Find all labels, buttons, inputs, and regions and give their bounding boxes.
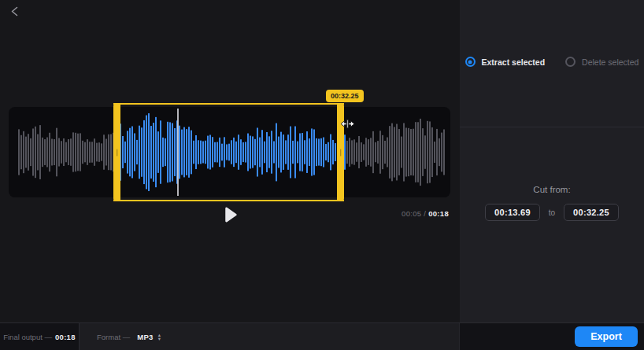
footer-bar: Final output — 00:18 Format — MP3 ▴ ▾ Ex… (0, 322, 644, 350)
time-readout: 00:05 / 00:18 (402, 209, 449, 218)
export-button[interactable]: Export (575, 326, 638, 347)
handle-notch (340, 149, 342, 156)
selection-border-bottom (113, 200, 344, 201)
export-cell: Export (459, 323, 644, 350)
selection-handle-left[interactable] (113, 103, 120, 201)
radio-label: Delete selected (582, 57, 638, 67)
play-icon (224, 206, 238, 226)
format-label: Format — (97, 333, 130, 341)
radio-label: Extract selected (482, 57, 546, 67)
cut-to-label: to (546, 208, 557, 217)
back-button[interactable] (6, 5, 22, 20)
format-select[interactable]: MP3 ▴ ▾ (137, 333, 161, 341)
settings-panel: Extract selected Delete selected Cut fro… (460, 0, 644, 322)
editor-area: 00:32.25 00:05 / 00:18 (0, 0, 460, 322)
resize-cursor-icon (340, 118, 355, 133)
cut-from-title: Cut from: (460, 185, 644, 194)
handle-time-tooltip: 00:32.25 (326, 90, 364, 102)
radio-extract-selected[interactable]: Extract selected (465, 57, 546, 67)
final-output-value: 00:18 (55, 333, 76, 341)
cut-range-row: to (460, 204, 644, 221)
radio-delete-selected[interactable]: Delete selected (565, 57, 638, 67)
radio-off-icon (565, 57, 576, 67)
waveform-track[interactable]: 00:32.25 (9, 107, 450, 197)
format-cell: Format — MP3 ▴ ▾ (80, 323, 459, 350)
back-icon (10, 6, 19, 19)
total-duration: 00:18 (428, 209, 449, 218)
current-time: 00:05 (402, 209, 421, 218)
cut-to-input[interactable] (564, 204, 619, 221)
handle-notch (117, 149, 118, 156)
selection-border-top (113, 103, 344, 105)
mode-section: Extract selected Delete selected (460, 0, 644, 127)
time-separator: / (424, 209, 426, 218)
radio-on-icon (465, 57, 476, 67)
cut-section: Cut from: to (460, 185, 644, 341)
stepper-down-icon: ▾ (158, 337, 161, 341)
cut-from-input[interactable] (485, 204, 540, 221)
play-button[interactable] (222, 206, 239, 225)
mode-options: Extract selected Delete selected (465, 57, 639, 67)
final-output-label: Final output — (3, 333, 52, 341)
format-value: MP3 (137, 333, 153, 341)
final-output-cell: Final output — 00:18 (0, 323, 80, 350)
audio-cutter-app: 00:32.25 00:05 / 00:18 (0, 0, 644, 350)
stepper-arrows-icon: ▴ ▾ (158, 333, 161, 341)
selection-region[interactable] (113, 103, 344, 201)
